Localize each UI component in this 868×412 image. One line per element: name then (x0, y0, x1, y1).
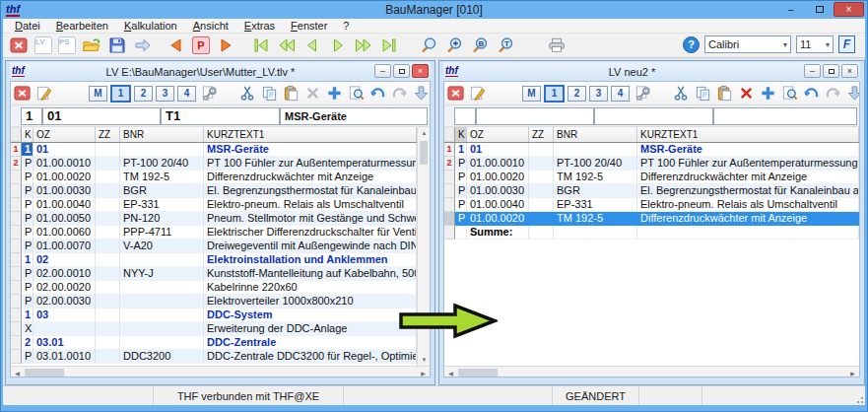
search-icon[interactable] (781, 84, 798, 103)
bnr-cell[interactable] (120, 295, 204, 309)
kurztext-cell[interactable]: Elektro-pneum. Relais als Umschaltventil (204, 198, 417, 212)
paste-icon[interactable] (283, 84, 300, 103)
zz-cell[interactable] (529, 226, 554, 240)
kurztext-cell[interactable]: Elektroinstallation und Anklemmen (204, 253, 417, 267)
kurztext-cell[interactable]: MSR-Geräte (637, 143, 859, 157)
bnr-cell[interactable]: DDC3200 (120, 350, 204, 364)
zz-cell[interactable] (96, 253, 120, 267)
row-marker-cell[interactable]: 1 (444, 143, 455, 157)
zz-cell[interactable] (96, 267, 120, 281)
position-field-2[interactable]: 01 (42, 107, 161, 125)
oz-cell[interactable]: 02.00.0020 (33, 281, 96, 295)
bnr-cell[interactable] (120, 336, 204, 350)
goto-icon[interactable] (133, 35, 153, 55)
cut-icon[interactable] (239, 84, 256, 103)
child-minimize-button[interactable]: – (804, 64, 821, 78)
kurztext-cell[interactable]: Differenzdruckwächter mit Anzeige (637, 212, 859, 226)
delete-icon[interactable] (304, 84, 321, 103)
child-restore-button[interactable] (823, 64, 839, 78)
view-tab-m[interactable]: M (89, 86, 107, 102)
oz-cell[interactable]: 01.00.0020 (467, 171, 529, 184)
table-row[interactable]: P01.00.0030BGREl. Begrenzungsthermostat … (444, 184, 859, 198)
row-marker-cell[interactable] (11, 212, 22, 226)
k-cell[interactable]: P (22, 157, 33, 171)
zz-cell[interactable] (96, 281, 120, 295)
k-cell[interactable]: 1 (22, 143, 33, 157)
zz-cell[interactable] (96, 240, 120, 253)
table-row[interactable]: P01.00.0070V-A20Dreiwegeventil mit Außen… (11, 240, 417, 253)
column-header-zz[interactable]: ZZ (529, 127, 554, 142)
zz-cell[interactable] (96, 295, 120, 309)
edit-icon[interactable] (469, 84, 486, 103)
position-field-4[interactable]: MSR-Geräte (280, 107, 428, 125)
zz-cell[interactable] (96, 198, 120, 212)
oz-cell[interactable]: 03.01.0010 (33, 350, 96, 364)
view-tab-1[interactable]: 1 (110, 85, 131, 103)
oz-cell[interactable]: 01.00.0040 (467, 198, 529, 212)
oz-cell[interactable]: 01.00.0050 (33, 212, 96, 226)
position-toggle-button[interactable]: P (192, 36, 210, 54)
view-tab-2[interactable]: 2 (568, 86, 586, 102)
zoom-text-icon[interactable]: T (496, 35, 515, 55)
row-marker-cell[interactable] (11, 240, 22, 253)
oz-cell[interactable]: 01.00.0070 (33, 240, 96, 253)
undo-icon[interactable] (369, 84, 386, 103)
bnr-cell[interactable]: EP-331 (554, 198, 637, 212)
bnr-cell[interactable]: PPP-4711 (120, 226, 204, 240)
column-header-k[interactable]: K (455, 127, 467, 142)
oz-cell[interactable]: 02.00.0030 (33, 295, 96, 309)
zoom-in-icon[interactable] (444, 35, 464, 55)
zz-cell[interactable] (96, 322, 120, 336)
table-row[interactable]: P01.00.0020TM 192-5Differenzdruckwächter… (444, 212, 859, 226)
nav-last-icon[interactable] (379, 35, 399, 55)
zz-cell[interactable] (96, 184, 120, 198)
zz-cell[interactable] (96, 336, 120, 350)
bnr-cell[interactable]: BGR (120, 184, 204, 198)
resize-grip[interactable] (855, 395, 863, 403)
bnr-cell[interactable]: BGR (554, 184, 637, 198)
oz-cell[interactable]: 01.00.0010 (467, 157, 529, 171)
scrollbar-thumb[interactable] (458, 369, 498, 377)
close-button[interactable]: × (834, 2, 864, 17)
row-marker-cell[interactable]: 1 (11, 143, 22, 157)
row-marker-cell[interactable] (11, 309, 22, 322)
oz-cell[interactable]: Summe: (467, 226, 529, 240)
view-tab-3[interactable]: 3 (589, 86, 608, 102)
column-header-kurztext1[interactable]: KURZTEXT1 (204, 127, 417, 142)
oz-cell[interactable]: 02.00.0010 (33, 267, 96, 281)
k-cell[interactable]: 1 (455, 143, 467, 157)
font-name-select[interactable]: Calibri ▾ (704, 35, 791, 53)
menu-item-kalkulation[interactable]: Kalkulation (116, 20, 185, 32)
nav-fast-forward-icon[interactable] (354, 35, 373, 55)
zz-cell[interactable] (529, 143, 554, 157)
zz-cell[interactable] (529, 212, 554, 226)
row-marker-cell[interactable] (444, 226, 455, 240)
bnr-cell[interactable] (120, 143, 204, 157)
zz-cell[interactable] (96, 143, 120, 157)
bnr-cell[interactable]: TM 192-5 (554, 212, 637, 226)
paste-icon[interactable] (716, 84, 733, 103)
zz-cell[interactable] (96, 171, 120, 184)
table-row[interactable]: P02.00.0010NYY-JKunststoff-Mantelleitung… (11, 267, 417, 281)
scrollbar-thumb[interactable] (420, 141, 428, 165)
scroll-right-icon[interactable]: ▶ (846, 367, 859, 378)
nav-fast-back-icon[interactable] (277, 35, 297, 55)
nav-first-icon[interactable] (251, 35, 271, 55)
kurztext-cell[interactable]: El. Begrenzungsthermostat für Kanaleinba… (204, 184, 417, 198)
send-down-icon[interactable] (846, 84, 860, 103)
save-icon[interactable] (107, 35, 127, 55)
table-row[interactable]: Summe: (444, 226, 859, 240)
scroll-right-icon[interactable]: ▶ (417, 367, 430, 378)
k-cell[interactable]: P (22, 212, 33, 226)
scrollbar-thumb[interactable] (25, 369, 64, 377)
k-cell[interactable] (455, 226, 467, 240)
child-close-button[interactable]: × (412, 64, 429, 78)
kurztext-cell[interactable]: DDC-System (204, 309, 417, 322)
row-marker-cell[interactable] (11, 171, 22, 184)
zz-cell[interactable] (96, 157, 120, 171)
child-restore-button[interactable] (393, 64, 410, 78)
k-cell[interactable]: P (22, 295, 33, 309)
oz-cell[interactable]: 03.01 (33, 336, 96, 350)
child-close-button[interactable]: × (841, 64, 858, 78)
zz-cell[interactable] (529, 171, 554, 184)
